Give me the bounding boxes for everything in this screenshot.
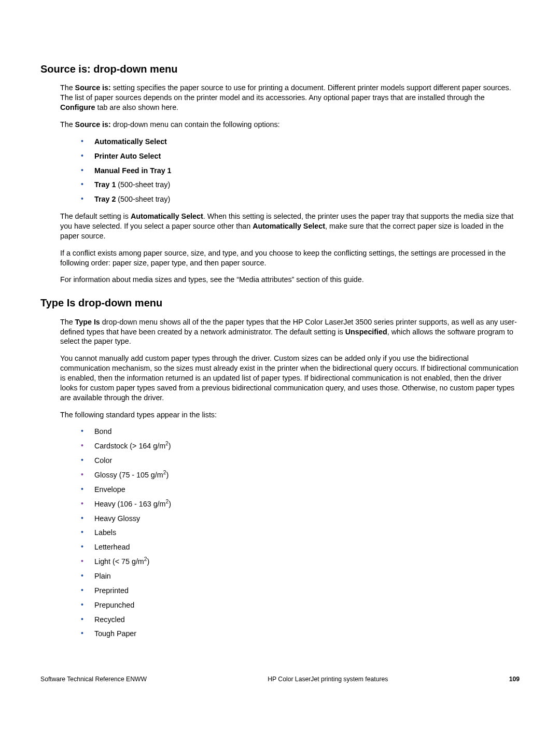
list-item-bold: Printer Auto Select: [94, 152, 161, 160]
list-item-text: Heavy Glossy: [94, 514, 140, 523]
list-item: Prepunched: [80, 600, 520, 610]
section2-p3: The following standard types appear in t…: [60, 410, 520, 420]
list-item: Heavy (106 - 163 g/m2): [80, 499, 520, 509]
heading-source-is: Source is: drop-down menu: [40, 62, 520, 76]
list-item-text-post: ): [147, 557, 149, 566]
list-item-text: Labels: [94, 528, 116, 537]
list-item-bold: Tray 1: [94, 180, 116, 189]
section2-p1: The Type Is drop-down menu shows all of …: [60, 317, 520, 347]
list-item-rest: (500-sheet tray): [116, 195, 170, 203]
list-item: Glossy (75 - 105 g/m2): [80, 470, 520, 480]
paper-types-list: BondCardstock (> 164 g/m2)ColorGlossy (7…: [80, 427, 520, 639]
list-item-bold: Tray 2: [94, 195, 116, 203]
text: The: [60, 120, 75, 129]
list-item: Heavy Glossy: [80, 514, 520, 524]
list-item-bold: Manual Feed in Tray 1: [94, 166, 172, 175]
list-item: Preprinted: [80, 586, 520, 596]
section2-body: The Type Is drop-down menu shows all of …: [60, 317, 520, 639]
text: tab are also shown here.: [95, 103, 179, 111]
list-item-text: Plain: [94, 572, 111, 580]
list-item: Envelope: [80, 485, 520, 495]
list-item: Cardstock (> 164 g/m2): [80, 441, 520, 451]
list-item: Automatically Select: [80, 137, 520, 147]
text-bold: Automatically Select: [253, 222, 325, 230]
footer-page-number: 109: [509, 675, 520, 683]
text-bold: Configure: [60, 103, 95, 111]
list-item-text-post: ): [166, 471, 169, 479]
list-item-text: Recycled: [94, 615, 125, 624]
list-item: Tough Paper: [80, 629, 520, 639]
list-item: Color: [80, 456, 520, 466]
list-item: Labels: [80, 528, 520, 538]
section1-p5: For information about media sizes and ty…: [60, 275, 520, 285]
section1-p3: The default setting is Automatically Sel…: [60, 212, 520, 241]
list-item-text: Heavy (106 - 163 g/m: [94, 500, 165, 508]
list-item-text: Tough Paper: [94, 629, 136, 638]
list-item-rest: (500-sheet tray): [116, 180, 170, 189]
list-item: Manual Feed in Tray 1: [80, 166, 520, 176]
list-item-text: Preprinted: [94, 586, 129, 595]
list-item-text: Cardstock (> 164 g/m: [94, 442, 165, 450]
list-item-text: Envelope: [94, 485, 125, 494]
list-item: Bond: [80, 427, 520, 437]
list-item: Plain: [80, 571, 520, 581]
list-item-text: Bond: [94, 427, 111, 435]
list-item-text: Prepunched: [94, 601, 134, 609]
text-bold: Type Is: [75, 318, 100, 326]
list-item: Tray 1 (500-sheet tray): [80, 180, 520, 190]
text-bold: Unspecified: [345, 328, 387, 336]
list-item-text: Glossy (75 - 105 g/m: [94, 471, 163, 479]
footer-left: Software Technical Reference ENWW: [40, 675, 147, 683]
list-item-text: Letterhead: [94, 543, 130, 551]
text-bold: Source is:: [75, 120, 111, 129]
list-item-bold: Automatically Select: [94, 137, 167, 146]
source-options-list: Automatically SelectPrinter Auto SelectM…: [80, 137, 520, 204]
list-item-text-post: ): [169, 442, 171, 450]
list-item: Tray 2 (500-sheet tray): [80, 194, 520, 204]
section1-p4: If a conflict exists among paper source,…: [60, 248, 520, 268]
list-item-text: Light (< 75 g/m: [94, 557, 144, 566]
text: The default setting is: [60, 212, 131, 220]
list-item: Light (< 75 g/m2): [80, 557, 520, 567]
text: setting specifies the paper source to us…: [60, 83, 511, 102]
text-bold: Source is:: [75, 83, 111, 92]
list-item: Printer Auto Select: [80, 151, 520, 161]
section1-p1: The Source is: setting specifies the pap…: [60, 83, 520, 113]
heading-type-is: Type Is drop-down menu: [40, 296, 520, 310]
footer-center: HP Color LaserJet printing system featur…: [147, 675, 509, 683]
text: drop-down menu can contain the following…: [111, 120, 280, 129]
page-footer: Software Technical Reference ENWW HP Col…: [40, 675, 520, 683]
section1-p2: The Source is: drop-down menu can contai…: [60, 120, 520, 130]
list-item-text-post: ): [169, 500, 171, 508]
list-item: Letterhead: [80, 542, 520, 552]
text: The: [60, 318, 75, 326]
text-bold: Automatically Select: [131, 212, 203, 220]
section1-body: The Source is: setting specifies the pap…: [60, 83, 520, 285]
list-item: Recycled: [80, 615, 520, 625]
list-item-text: Color: [94, 456, 112, 465]
section2-p2: You cannot manually add custom paper typ…: [60, 354, 520, 402]
text: The: [60, 83, 75, 92]
